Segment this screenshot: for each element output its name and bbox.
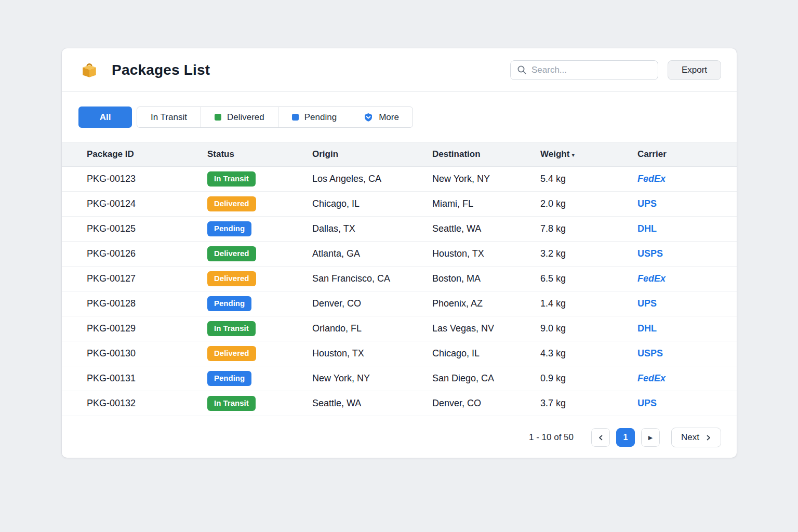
filter-all-button[interactable]: All [78,107,132,128]
page-title: Packages List [112,62,210,78]
package-id-cell: PKG-00130 [62,341,182,366]
packages-table: Package ID Status Origin Destination Wei… [62,142,737,416]
filter-delivered-button[interactable]: Delivered [201,107,278,127]
chevron-right-icon [706,435,711,441]
pagination-bar: 1 - 10 of 50 1 ▶ Next [62,416,737,458]
filter-pending-label: Pending [304,112,337,123]
destination-cell: Phoenix, AZ [407,291,515,316]
destination-cell: Chicago, IL [407,341,515,366]
prev-page-button[interactable] [591,428,610,447]
weight-cell: 7.8 kg [515,217,613,242]
carrier-link[interactable]: FedEx [637,273,666,284]
status-cell: In Transit [182,316,287,341]
status-badge: Delivered [207,196,256,211]
play-right-icon: ▶ [648,434,653,441]
package-id-cell: PKG-00123 [62,167,182,192]
package-id-cell: PKG-00132 [62,391,182,416]
carrier-cell: USPS [613,341,737,366]
pagination-range: 1 - 10 of 50 [529,432,574,443]
column-header-weight[interactable]: Weight▾ [515,142,613,167]
search-box[interactable] [510,60,658,80]
column-header-status: Status [182,142,287,167]
carrier-link[interactable]: DHL [637,323,657,334]
package-id-cell: PKG-00131 [62,366,182,391]
package-id-cell: PKG-00128 [62,291,182,316]
packages-list-card: Packages List Export All In Transit Deli… [62,48,737,458]
origin-cell: Denver, CO [287,291,407,316]
status-badge: In Transit [207,171,256,187]
carrier-cell: USPS [613,242,737,267]
search-input[interactable] [531,65,651,75]
column-header-carrier: Carrier [613,142,737,167]
carrier-link[interactable]: UPS [637,298,657,309]
table-body: PKG-00123 In Transit Los Angeles, CA New… [62,167,737,416]
table-header: Package ID Status Origin Destination Wei… [62,142,737,167]
origin-cell: Los Angeles, CA [287,167,407,192]
carrier-link[interactable]: UPS [637,398,657,408]
header-actions: Export [510,60,721,80]
status-badge: Delivered [207,246,256,261]
status-badge: Delivered [207,271,256,286]
package-id-cell: PKG-00125 [62,217,182,242]
table-row: PKG-00131 Pending New York, NY San Diego… [62,366,737,391]
table-row: PKG-00128 Pending Denver, CO Phoenix, AZ… [62,291,737,316]
weight-cell: 4.3 kg [515,341,613,366]
chevron-left-icon [598,435,604,441]
status-badge: Delivered [207,346,256,361]
shield-chevron-icon [364,113,373,122]
green-square-icon [215,114,221,121]
table-row: PKG-00123 In Transit Los Angeles, CA New… [62,167,737,192]
table-row: PKG-00129 In Transit Orlando, FL Las Veg… [62,316,737,341]
destination-cell: Seattle, WA [407,217,515,242]
export-button[interactable]: Export [668,60,721,80]
origin-cell: Seattle, WA [287,391,407,416]
origin-cell: Dallas, TX [287,217,407,242]
status-cell: Delivered [182,267,287,291]
weight-cell: 2.0 kg [515,192,613,217]
status-badge: In Transit [207,396,256,411]
carrier-cell: UPS [613,192,737,217]
carrier-cell: UPS [613,291,737,316]
destination-cell: Boston, MA [407,267,515,291]
filter-more-label: More [379,112,399,123]
weight-cell: 6.5 kg [515,267,613,291]
weight-cell: 3.2 kg [515,242,613,267]
destination-cell: Denver, CO [407,391,515,416]
package-id-cell: PKG-00124 [62,192,182,217]
weight-cell: 5.4 kg [515,167,613,192]
carrier-link[interactable]: USPS [637,348,663,358]
carrier-cell: DHL [613,217,737,242]
status-cell: Delivered [182,341,287,366]
table-row: PKG-00124 Delivered Chicago, IL Miami, F… [62,192,737,217]
status-cell: Pending [182,291,287,316]
status-badge: Pending [207,221,251,236]
origin-cell: San Francisco, CA [287,267,407,291]
carrier-link[interactable]: USPS [637,248,663,259]
weight-cell: 3.7 kg [515,391,613,416]
play-page-button[interactable]: ▶ [641,428,660,447]
carrier-link[interactable]: FedEx [637,373,666,383]
next-page-button[interactable]: Next [671,428,721,447]
carrier-link[interactable]: FedEx [637,174,666,184]
table-row: PKG-00132 In Transit Seattle, WA Denver,… [62,391,737,416]
carrier-cell: FedEx [613,366,737,391]
origin-cell: Orlando, FL [287,316,407,341]
destination-cell: Miami, FL [407,192,515,217]
carrier-link[interactable]: DHL [637,223,657,234]
filter-in-transit-button[interactable]: In Transit [137,107,201,127]
card-header: Packages List Export [62,48,737,92]
status-badge: Pending [207,371,251,386]
package-icon [81,61,98,79]
filter-more-button[interactable]: More [350,107,413,127]
table-row: PKG-00127 Delivered San Francisco, CA Bo… [62,267,737,291]
carrier-link[interactable]: UPS [637,198,657,209]
column-header-origin: Origin [287,142,407,167]
page-1-button[interactable]: 1 [616,428,635,447]
origin-cell: Atlanta, GA [287,242,407,267]
weight-cell: 0.9 kg [515,366,613,391]
weight-cell: 1.4 kg [515,291,613,316]
destination-cell: Houston, TX [407,242,515,267]
filter-pending-button[interactable]: Pending [278,107,350,127]
carrier-cell: UPS [613,391,737,416]
destination-cell: New York, NY [407,167,515,192]
